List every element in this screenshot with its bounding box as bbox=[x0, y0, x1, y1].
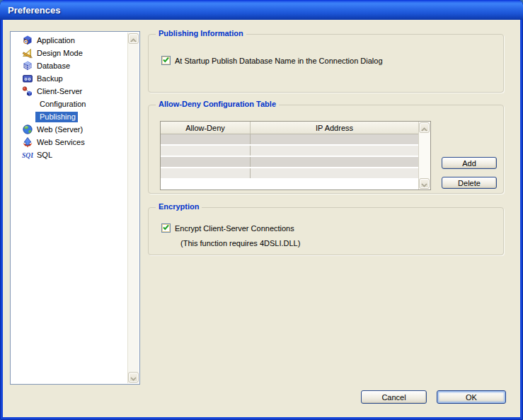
sidebar-item-sql[interactable]: SQL SQL bbox=[11, 148, 127, 161]
web-server-icon bbox=[22, 124, 33, 135]
allow-deny-table-inner: Allow-Deny IP Address bbox=[161, 122, 418, 189]
table-scrollbar[interactable] bbox=[418, 122, 430, 189]
chevron-down-icon bbox=[421, 177, 427, 190]
sidebar-item-label: SQL bbox=[37, 151, 52, 159]
encrypt-connections-checkbox-row[interactable]: Encrypt Client-Server Connections bbox=[161, 223, 294, 233]
group-title: Encryption bbox=[156, 202, 202, 211]
encryption-group: Encryption Encrypt Client-Server Connect… bbox=[148, 207, 504, 255]
chevron-up-icon bbox=[421, 122, 427, 134]
scroll-down-button[interactable] bbox=[419, 178, 430, 189]
checkmark-icon bbox=[162, 56, 170, 65]
sidebar-item-database[interactable]: Database bbox=[11, 59, 127, 72]
checkbox-label: At Startup Publish Database Name in the … bbox=[175, 57, 383, 65]
table-row[interactable] bbox=[161, 157, 418, 168]
sidebar-item-backup[interactable]: Backup bbox=[11, 72, 127, 85]
window-title: Preferences bbox=[8, 5, 60, 16]
chevron-up-icon bbox=[130, 33, 137, 45]
tree-rows: Application Design Mode Database bbox=[11, 34, 127, 161]
sidebar-item-client-server[interactable]: Client-Server bbox=[11, 85, 127, 98]
sidebar-item-publishing[interactable]: Publishing bbox=[11, 110, 127, 123]
sidebar-item-label: Client-Server bbox=[37, 87, 82, 95]
sidebar-item-design-mode[interactable]: Design Mode bbox=[11, 47, 127, 59]
table-row[interactable] bbox=[161, 146, 418, 157]
sidebar-item-application[interactable]: Application bbox=[11, 34, 127, 47]
application-icon bbox=[22, 35, 33, 46]
ok-button[interactable]: OK bbox=[437, 390, 506, 404]
tree-scrollbar[interactable] bbox=[127, 33, 139, 383]
dialog-content: Application Design Mode Database bbox=[3, 20, 520, 417]
table-cell bbox=[161, 134, 251, 144]
sidebar-item-label: Publishing bbox=[35, 112, 78, 122]
sidebar-item-label: Design Mode bbox=[37, 49, 83, 57]
delete-button[interactable]: Delete bbox=[442, 177, 497, 189]
table-cell bbox=[161, 168, 251, 178]
chevron-down-icon bbox=[130, 371, 137, 384]
table-header: Allow-Deny IP Address bbox=[161, 122, 418, 134]
checkmark-icon bbox=[162, 223, 170, 233]
scroll-up-button[interactable] bbox=[128, 33, 139, 44]
table-cell bbox=[251, 134, 418, 144]
sql-icon: SQL bbox=[22, 149, 33, 161]
scroll-down-button[interactable] bbox=[128, 372, 139, 383]
design-mode-icon bbox=[22, 47, 33, 59]
sidebar-item-web-services[interactable]: Web Services bbox=[11, 136, 127, 148]
column-header-allow-deny[interactable]: Allow-Deny bbox=[161, 122, 251, 134]
checkbox-label: Encrypt Client-Server Connections bbox=[175, 224, 294, 233]
encrypt-connections-checkbox[interactable] bbox=[161, 223, 171, 233]
allow-deny-group: Allow-Deny Configuration Table Allow-Den… bbox=[148, 105, 504, 194]
table-row[interactable] bbox=[161, 168, 418, 180]
sidebar-item-label: Backup bbox=[37, 74, 63, 83]
table-cell bbox=[161, 146, 251, 156]
allow-deny-table: Allow-Deny IP Address bbox=[160, 121, 431, 190]
table-cell bbox=[251, 146, 418, 156]
group-title: Allow-Deny Configuration Table bbox=[156, 100, 279, 108]
scroll-up-button[interactable] bbox=[419, 122, 430, 133]
column-header-ip-address[interactable]: IP Address bbox=[251, 122, 418, 134]
table-cell bbox=[161, 157, 251, 167]
add-button[interactable]: Add bbox=[442, 157, 497, 169]
table-row[interactable] bbox=[161, 134, 418, 146]
svg-text:SQL: SQL bbox=[22, 152, 33, 159]
preferences-tree: Application Design Mode Database bbox=[10, 31, 140, 385]
publishing-information-group: Publishing Information At Startup Publis… bbox=[148, 34, 504, 93]
sidebar-item-label: Web Services bbox=[37, 138, 85, 146]
group-title: Publishing Information bbox=[156, 29, 246, 37]
table-cell bbox=[251, 168, 418, 178]
cancel-button[interactable]: Cancel bbox=[361, 390, 427, 404]
preferences-dialog: Preferences Application Design Mode bbox=[0, 0, 523, 420]
database-icon bbox=[22, 60, 33, 71]
sidebar-item-label: Web (Server) bbox=[37, 125, 83, 134]
sidebar-item-label: Application bbox=[37, 36, 75, 45]
title-bar: Preferences bbox=[0, 0, 523, 20]
publish-db-name-checkbox-row[interactable]: At Startup Publish Database Name in the … bbox=[161, 56, 383, 65]
table-cell bbox=[251, 157, 418, 167]
sidebar-item-label: Database bbox=[37, 62, 70, 70]
sidebar-item-configuration[interactable]: Configuration bbox=[11, 98, 127, 110]
sidebar-item-label: Configuration bbox=[40, 100, 86, 108]
sidebar-item-web-server[interactable]: Web (Server) bbox=[11, 123, 127, 136]
backup-icon bbox=[22, 73, 33, 84]
encryption-note: (This function requires 4DSLI.DLL) bbox=[180, 239, 300, 247]
web-services-icon bbox=[22, 136, 33, 148]
publish-db-name-checkbox[interactable] bbox=[161, 56, 171, 65]
client-server-icon bbox=[22, 86, 33, 97]
